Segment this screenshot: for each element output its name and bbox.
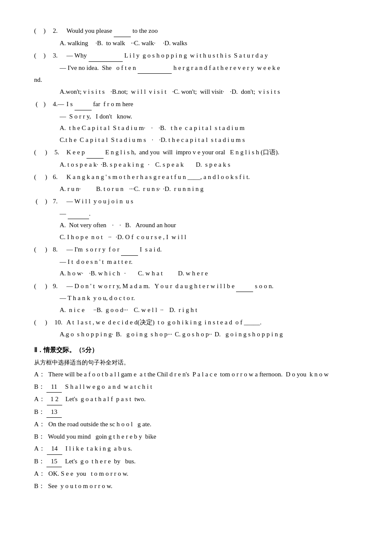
q2-text: Would you please bbox=[66, 26, 112, 37]
q6-number: 6. bbox=[53, 172, 65, 183]
q8-number: 8. bbox=[53, 244, 65, 255]
q8-optB: ·B. w h i c h bbox=[86, 268, 120, 279]
q6-text: K a n g k a n g ' s m o t h e r h a s g … bbox=[66, 172, 250, 183]
q5-optB2: · bbox=[146, 159, 150, 171]
q8-options: A. h o w· ·B. w h i c h · C. w h a t D. … bbox=[60, 268, 358, 279]
speaker-A4: A： bbox=[34, 443, 45, 454]
q6-options: A. r u n· B. t o r u n ···C. r u n s· ·D… bbox=[60, 184, 358, 195]
q3-options: A.won't; v i s i t s ·B.not; w i l l v i… bbox=[60, 87, 358, 98]
q5-text2: E n g l i s h, and you will impro v e yo… bbox=[105, 147, 280, 158]
q2-optA: A. walking bbox=[60, 38, 88, 49]
q7-options: A. Not very often · · B. Around an hour bbox=[60, 220, 358, 231]
q8-bracket-close: ) bbox=[43, 244, 51, 255]
q9-line: ( ) 9. — D o n ' t w o r r y, M a d a m.… bbox=[34, 281, 358, 292]
section2-note: 从方框中选择适当的句子补全对话。 bbox=[34, 358, 358, 368]
q4-text2: far f r o m here bbox=[93, 99, 133, 110]
q8-blank bbox=[121, 244, 138, 256]
blank-15: 15 bbox=[46, 456, 62, 468]
blank-14: 14 bbox=[47, 443, 62, 455]
q3-subtext1: — I've no idea. She o f t e n bbox=[60, 63, 136, 74]
q8-line: ( ) 8. — I'm s o r r y f o r I s a i d. bbox=[34, 244, 358, 256]
q4-options2: C.t h e C a p i t a l S t a d i u m s · … bbox=[60, 135, 358, 146]
exam-content: ( ) 2. Would you please to the zoo A. wa… bbox=[34, 26, 358, 491]
q2-optB: ·B. to walk bbox=[91, 38, 125, 49]
q6-bracket-close: ) bbox=[43, 172, 51, 183]
q3-optA: A.won't; v i s i t s bbox=[60, 87, 105, 98]
question-6: ( ) 6. K a n g k a n g ' s m o t h e r h… bbox=[34, 172, 358, 194]
dialogue-A3: A： On the road outside the sc h o o l g … bbox=[34, 419, 358, 430]
q6-optD: ·D. r u n n i n g bbox=[163, 184, 204, 195]
dialogue-B3-text: Would you mind goin g t h e r e b y bike bbox=[46, 431, 156, 442]
dialogue-B3: B： Would you mind goin g t h e r e b y b… bbox=[34, 431, 358, 442]
q4-optA: A. t h e C a p i t a l S t a d i u m· bbox=[60, 123, 145, 134]
q4-optC2: · bbox=[149, 135, 153, 146]
q2-text2: to the zoo bbox=[133, 26, 158, 37]
q4-text1: I s bbox=[66, 99, 73, 110]
q10-bracket: ( bbox=[34, 317, 42, 328]
speaker-B5: B： bbox=[34, 481, 45, 492]
q3-subline: — I've no idea. She o f t e n h e r g r … bbox=[60, 63, 358, 74]
q2-number: 2. bbox=[53, 26, 65, 37]
dialogue-B2: B： 13 bbox=[34, 407, 358, 418]
blank-13: 13 bbox=[46, 407, 62, 418]
q8-subtext: — I t d o e s n ' t m a t t e r. bbox=[60, 257, 133, 268]
q4-bracket: ( bbox=[34, 99, 42, 110]
q9-text1: — D o n ' t w o r r y, M a d a m. Y o u … bbox=[66, 281, 234, 292]
q10-line: ( ) 10. A t l a s t , w e d e c i d e d(… bbox=[34, 317, 358, 328]
q2-blank bbox=[114, 26, 131, 37]
q4-number: 4.— bbox=[53, 99, 65, 110]
q4-optB: ·B. t h e c a p i t a l s t a d i u m bbox=[155, 123, 245, 134]
q10-optD: D. g o i n g s h o p p i n g bbox=[214, 329, 282, 340]
q8-optC: C. w h a t bbox=[128, 268, 162, 279]
q2-line: ( ) 2. Would you please to the zoo bbox=[34, 26, 358, 37]
q9-blank bbox=[236, 281, 253, 292]
dialogue-B5-text: See y o u t o m o r r o w. bbox=[46, 481, 112, 492]
q10-number: 10. bbox=[53, 317, 65, 328]
q4-optA2: · bbox=[148, 123, 153, 134]
q4-optC: C.t h e C a p i t a l S t a d i u m s bbox=[60, 135, 146, 146]
q7-bracket: ( bbox=[34, 196, 42, 207]
dialogue-B1: B： 11 S h a l l w e g o a n d w a t c h … bbox=[34, 382, 358, 393]
q5-line: ( ) 5. K e e p E n g l i s h, and you wi… bbox=[34, 147, 358, 159]
q9-text2: s o o n. bbox=[255, 281, 273, 292]
q6-optC: ···C. r u n s· bbox=[126, 184, 161, 195]
speaker-A3: A： bbox=[34, 419, 45, 430]
q7-optA3: · bbox=[116, 220, 121, 231]
q3-optC: ·C. won't; will visit· bbox=[169, 87, 224, 98]
q3-subtext2: h e r g r a n d f a t h e r e v e r y w … bbox=[173, 63, 280, 74]
section2-header: Ⅱ．情景交际。（5分） 从方框中选择适当的句子补全对话。 bbox=[34, 345, 358, 367]
q5-optB: ·B. s p e a k i n g bbox=[101, 159, 144, 171]
dialogue-A4: A： 14 I l i k e t a k i n g a b u s. bbox=[34, 443, 358, 455]
q3-blank2 bbox=[138, 63, 172, 74]
q7-optC: C. I h o p e n o t bbox=[60, 232, 103, 243]
q4-blank bbox=[75, 99, 92, 110]
q2-options: A. walking ·B. to walk ··C. walk· ·D. wa… bbox=[60, 38, 358, 49]
speaker-B2: B： bbox=[34, 407, 45, 418]
q4-line: ( ) 4.— I s far f r o m here bbox=[34, 99, 358, 110]
blank-11: 11 bbox=[46, 382, 62, 393]
dialogue-B5: B： See y o u t o m o r r o w. bbox=[34, 481, 358, 492]
question-3: ( ) 3. — Why L i l y g o s h o p p i n g… bbox=[34, 50, 358, 97]
q2-bracket: ( bbox=[34, 26, 42, 37]
question-10: ( ) 10. A t l a s t , w e d e c i d e d(… bbox=[34, 317, 358, 340]
question-4: ( ) 4.— I s far f r o m here — S o r r y… bbox=[34, 99, 358, 145]
q9-optB: ··B. g o o d··· bbox=[87, 305, 128, 316]
dialogue-A4-text: I l i k e t a k i n g a b u s. bbox=[64, 443, 132, 454]
dialogue-B1-line: B： 11 S h a l l w e g o a n d w a t c h … bbox=[34, 382, 358, 393]
speaker-A5: A： bbox=[34, 468, 45, 480]
dialogue-A1: A： There will be a f o o t b a l l gam e… bbox=[34, 369, 358, 380]
q5-blank bbox=[86, 147, 104, 159]
q5-optA: A. t o s p e a k· bbox=[60, 159, 98, 171]
dialogue-A5-line: A： OK. S e e you t o m o r r o w. bbox=[34, 468, 358, 480]
dialogue-B4-line: B： 15 Let's g o t h e r e by bus. bbox=[34, 456, 358, 468]
q8-subline: — I t d o e s n ' t m a t t e r. bbox=[60, 257, 358, 268]
q10-optB: B. g o i n g s h o p··· bbox=[116, 329, 173, 340]
dialogue-A4-line: A： 14 I l i k e t a k i n g a b u s. bbox=[34, 443, 358, 455]
q7-text1: — W i l l y o u j o i n u s bbox=[66, 196, 133, 207]
dialogue-A3-line: A： On the road outside the sc h o o l g … bbox=[34, 419, 358, 430]
speaker-B4: B： bbox=[34, 456, 45, 467]
q6-bracket: ( bbox=[34, 172, 42, 183]
q4-options: A. t h e C a p i t a l S t a d i u m· · … bbox=[60, 123, 358, 134]
q4-subline: — S o r r y, I don't know. bbox=[60, 111, 358, 122]
question-2: ( ) 2. Would you please to the zoo A. wa… bbox=[34, 26, 358, 49]
